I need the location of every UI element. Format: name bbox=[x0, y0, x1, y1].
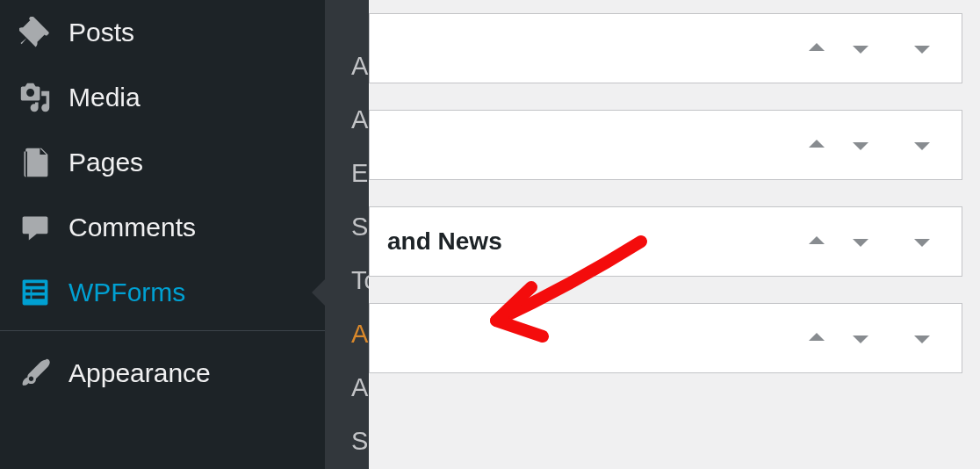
meta-box-3: and News bbox=[369, 206, 962, 277]
meta-box-4 bbox=[369, 303, 962, 373]
sidebar-item-wpforms[interactable]: WPForms bbox=[0, 260, 325, 325]
admin-sidebar: Posts Media Pages Comments WPForms Appea… bbox=[0, 0, 325, 469]
sidebar-label-media: Media bbox=[68, 83, 141, 112]
move-down-button[interactable] bbox=[839, 35, 883, 61]
pages-icon bbox=[18, 145, 53, 180]
meta-box-title: and News bbox=[370, 227, 502, 256]
sidebar-label-posts: Posts bbox=[68, 18, 134, 47]
toggle-panel-button[interactable] bbox=[900, 228, 944, 255]
sidebar-item-comments[interactable]: Comments bbox=[0, 195, 325, 260]
move-up-button[interactable] bbox=[795, 325, 839, 351]
meta-box-2 bbox=[369, 110, 962, 180]
sidebar-item-media[interactable]: Media bbox=[0, 65, 325, 130]
sidebar-label-pages: Pages bbox=[68, 148, 143, 177]
pin-icon bbox=[18, 15, 53, 50]
move-down-button[interactable] bbox=[839, 228, 883, 255]
wpforms-icon bbox=[18, 275, 53, 310]
move-up-button[interactable] bbox=[795, 132, 839, 158]
comment-icon bbox=[18, 210, 53, 245]
toggle-panel-button[interactable] bbox=[900, 132, 944, 158]
brush-icon bbox=[18, 356, 53, 391]
move-down-button[interactable] bbox=[839, 132, 883, 158]
sidebar-label-appearance: Appearance bbox=[68, 358, 211, 388]
move-up-button[interactable] bbox=[795, 228, 839, 255]
main-content: and News bbox=[369, 0, 980, 469]
sidebar-separator bbox=[0, 330, 325, 341]
media-icon bbox=[18, 80, 53, 115]
toggle-panel-button[interactable] bbox=[900, 35, 944, 61]
sidebar-label-wpforms: WPForms bbox=[68, 278, 185, 307]
meta-box-1 bbox=[369, 13, 962, 83]
sidebar-item-pages[interactable]: Pages bbox=[0, 130, 325, 195]
move-down-button[interactable] bbox=[839, 325, 883, 351]
sidebar-label-comments: Comments bbox=[68, 213, 196, 242]
toggle-panel-button[interactable] bbox=[900, 325, 944, 351]
sidebar-item-appearance[interactable]: Appearance bbox=[0, 341, 325, 406]
move-up-button[interactable] bbox=[795, 35, 839, 61]
sidebar-item-posts[interactable]: Posts bbox=[0, 0, 325, 65]
